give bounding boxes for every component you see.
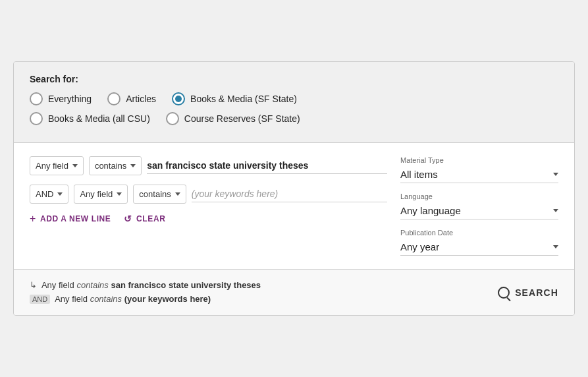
search-icon [498, 287, 510, 299]
search-row-2: AND Any field contains [30, 185, 387, 204]
language-group: Language Any language [400, 192, 558, 219]
field-dropdown-2-arrow [117, 192, 122, 196]
summary-and-badge: AND [30, 295, 50, 304]
publication-date-arrow [553, 245, 558, 248]
radio-label-articles: Articles [126, 94, 156, 104]
summary-field-2: Any field [55, 294, 88, 304]
publication-date-value: Any year [400, 241, 439, 252]
publication-date-dropdown[interactable]: Any year [400, 239, 558, 256]
search-row-1: Any field contains [30, 156, 387, 175]
add-line-label: ADD A NEW LINE [40, 214, 111, 223]
search-input-1[interactable] [147, 158, 387, 174]
search-button-label: SEARCH [515, 287, 558, 298]
radio-label-books-sf: Books & Media (SF State) [190, 94, 297, 104]
summary-qualifier-1: contains [76, 280, 108, 290]
qualifier-dropdown-1[interactable]: contains [89, 156, 142, 175]
search-button[interactable]: SEARCH [498, 287, 558, 299]
plus-icon: + [30, 213, 36, 225]
language-value: Any language [400, 205, 461, 216]
field-dropdown-1[interactable]: Any field [30, 156, 84, 175]
qualifier-dropdown-1-label: contains [95, 161, 126, 171]
actions-row: + ADD A NEW LINE ↺ CLEAR [30, 213, 387, 225]
add-line-button[interactable]: + ADD A NEW LINE [30, 213, 111, 225]
boolean-dropdown-arrow [57, 192, 63, 196]
qualifier-dropdown-2-arrow [175, 192, 180, 196]
qualifier-dropdown-2[interactable]: contains [133, 185, 186, 204]
two-column-layout: Any field contains AND [30, 156, 558, 256]
field-dropdown-2-label: Any field [80, 189, 113, 199]
summary-line-2: AND Any field contains (your keywords he… [30, 293, 261, 306]
material-type-value: All items [400, 169, 438, 180]
right-column: Material Type All items Language Any lan… [400, 156, 558, 256]
publication-date-label: Publication Date [400, 229, 558, 237]
refresh-icon: ↺ [124, 214, 132, 224]
radio-everything[interactable]: Everything [30, 92, 92, 105]
summary-line-1: ↳ Any field contains san francisco state… [30, 279, 261, 293]
radio-course-reserves[interactable]: Course Reserves (SF State) [166, 112, 300, 125]
radio-row-2: Books & Media (all CSU) Course Reserves … [30, 112, 558, 125]
summary-arrow: ↳ [30, 280, 37, 290]
boolean-dropdown[interactable]: AND [30, 185, 68, 204]
material-type-dropdown[interactable]: All items [400, 166, 558, 183]
main-container: Search for: Everything Articles Books & … [13, 61, 575, 316]
search-row-1-inner: Any field contains [30, 156, 387, 175]
summary-value-1: san francisco state university theses [111, 280, 261, 290]
filters-section: Material Type All items Language Any lan… [400, 156, 558, 256]
field-dropdown-1-label: Any field [36, 161, 68, 171]
qualifier-dropdown-2-label: contains [139, 189, 171, 199]
radio-circle-everything [30, 92, 43, 105]
radio-group: Everything Articles Books & Media (SF St… [30, 92, 558, 132]
radio-row-1: Everything Articles Books & Media (SF St… [30, 92, 558, 105]
radio-circle-course-reserves [166, 112, 179, 125]
radio-circle-books-sf [172, 92, 185, 105]
summary-section: ↳ Any field contains san francisco state… [14, 270, 574, 316]
radio-articles[interactable]: Articles [107, 92, 156, 105]
radio-circle-books-csu [30, 112, 43, 125]
left-column: Any field contains AND [30, 156, 387, 256]
language-label: Language [400, 192, 558, 200]
qualifier-dropdown-1-arrow [130, 164, 136, 167]
boolean-dropdown-label: AND [36, 189, 53, 199]
radio-label-course-reserves: Course Reserves (SF State) [184, 113, 300, 124]
summary-field-1: Any field [41, 280, 74, 290]
material-type-arrow [553, 173, 558, 176]
material-type-label: Material Type [400, 156, 558, 164]
radio-label-books-csu: Books & Media (all CSU) [48, 113, 150, 124]
radio-books-sf[interactable]: Books & Media (SF State) [172, 92, 297, 105]
clear-label: CLEAR [136, 214, 165, 223]
radio-circle-articles [107, 92, 120, 105]
field-dropdown-1-arrow [72, 164, 78, 167]
language-arrow [553, 209, 558, 212]
material-type-group: Material Type All items [400, 156, 558, 183]
search-for-section: Search for: Everything Articles Books & … [14, 62, 574, 142]
summary-text: ↳ Any field contains san francisco state… [30, 279, 261, 306]
radio-label-everything: Everything [48, 94, 92, 104]
search-input-2[interactable] [192, 186, 387, 202]
language-dropdown[interactable]: Any language [400, 202, 558, 219]
search-row-2-inner: AND Any field contains [30, 185, 387, 204]
publication-date-group: Publication Date Any year [400, 229, 558, 256]
summary-placeholder-2: (your keywords here) [124, 294, 211, 304]
clear-button[interactable]: ↺ CLEAR [124, 214, 165, 224]
summary-qualifier-2: contains [90, 294, 122, 304]
radio-books-csu[interactable]: Books & Media (all CSU) [30, 112, 150, 125]
search-for-label: Search for: [30, 74, 558, 84]
field-dropdown-2[interactable]: Any field [74, 185, 128, 204]
advanced-search-section: Any field contains AND [14, 142, 574, 270]
